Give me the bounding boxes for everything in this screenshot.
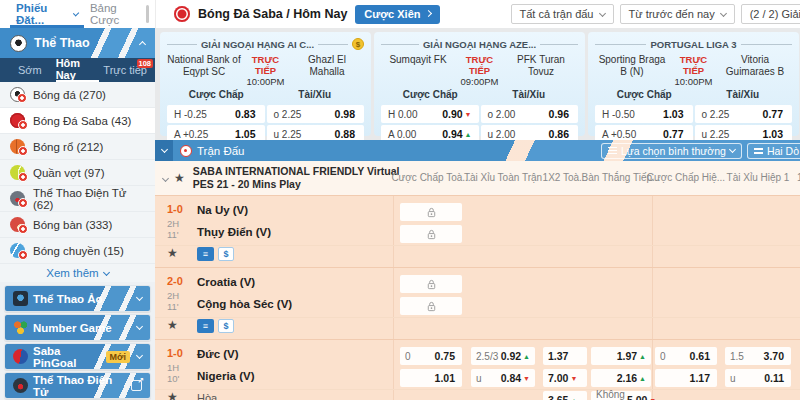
live-score: 2-0 <box>167 275 183 287</box>
odds-next-goal-none[interactable]: Không ... 5.00▼ <box>591 391 651 400</box>
sidebar-time-tabs: Sớm Hôm Nay Trực tiếp 108 <box>0 58 155 82</box>
odds-1x2-draw[interactable]: 3.65▲ <box>543 391 587 400</box>
sidebar-item-tennis[interactable]: Quần vợt (97) <box>0 160 155 186</box>
odds-ou-1h-over[interactable]: 1.5 3.70 <box>725 347 791 365</box>
tab-today[interactable]: Hôm Nay <box>56 58 100 82</box>
handicap-home-odds[interactable]: H -0.50 1.03 <box>595 105 693 123</box>
column-header-ou-ft: Tài Xỉu Toàn Trận <box>464 172 542 183</box>
filter-time-range[interactable]: Từ trước đến nay <box>620 4 735 24</box>
away-team: PFK Turan Tovuz <box>504 54 578 78</box>
locked-odds-cell <box>400 203 462 221</box>
card-league-header: GIẢI NGOẠI HẠNG AI C... <box>167 37 364 51</box>
under-odds[interactable]: u 2.25 0.88 <box>267 125 365 140</box>
bet-types-icon[interactable]: ≡ <box>197 319 214 333</box>
over-odds[interactable]: o 2.25 0.77 <box>695 105 793 123</box>
league-header-row: ★ SABA INTERNATIONAL FRIENDLY Virtual PE… <box>155 161 800 195</box>
column-header-ou-1h: Tài Xỉu Hiệp 1 <box>727 172 790 183</box>
sidebar-item-football[interactable]: Bóng đá (270) <box>0 82 155 108</box>
away-team: Vitoria Guimaraes B <box>718 54 792 78</box>
favorite-star-icon[interactable]: ★ <box>167 319 178 331</box>
chevron-down-icon <box>136 323 143 330</box>
main-content: Bóng Đá Saba / Hôm Nay Cược Xiên Tất cả … <box>155 0 800 400</box>
locked-odds-cell <box>400 225 462 243</box>
odds-1x2-away[interactable]: 7.00▼ <box>543 369 587 387</box>
live-label: TRỰC TIẾP <box>669 54 718 76</box>
live-count-badge: 108 <box>137 59 154 68</box>
trend-icon: ▼ <box>523 375 530 382</box>
featured-match-card[interactable]: GIẢI NGOẠI HẠNG AZE... Sumqayit FK TRỰC … <box>374 32 585 136</box>
sidebar-item-esports[interactable]: Thể Thao Điện Tử (62) <box>0 186 155 212</box>
featured-match-card[interactable]: PORTUGAL LIGA 3 Sporting Braga B (N) TRỰ… <box>588 32 799 136</box>
odds-under[interactable]: u 0.84▼ <box>471 369 535 387</box>
tab-bet-slip[interactable]: Phiếu Đặt... <box>10 0 84 28</box>
odds-over[interactable]: 2.5/3 0.92▲ <box>471 347 535 365</box>
odds-ou-1h-under[interactable]: u 0.11 <box>725 369 791 387</box>
kickoff-time: 10:00PM <box>669 76 718 87</box>
match-rows: 1-0 2H 11' ★ Na Uy (V) Thụy Điển (V) ≡ $ <box>155 195 800 400</box>
table-tennis-icon <box>10 217 25 232</box>
under-odds[interactable]: u 2.00 0.86 <box>481 125 579 140</box>
trend-icon: ▲ <box>523 353 530 360</box>
handicap-away-odds[interactable]: A +0.25 1.05 <box>167 125 265 140</box>
tab-bet-board-label: Bảng Cược <box>90 2 141 26</box>
over-odds[interactable]: o 2.25 0.98 <box>267 105 365 123</box>
trend-icon: ▲ <box>570 397 577 400</box>
column-header-handicap-ft: Cược Chấp Toà... <box>391 172 470 183</box>
two-lines-toggle[interactable]: Hai Dò <box>747 143 800 159</box>
odds-handicap-away[interactable]: 1.01 <box>400 369 462 387</box>
favorite-star-icon[interactable]: ★ <box>167 391 178 400</box>
handicap-home-odds[interactable]: H -0.25 0.83 <box>167 105 265 123</box>
volleyball-icon <box>10 243 25 258</box>
over-odds[interactable]: o 2.00 0.96 <box>481 105 579 123</box>
cashout-icon[interactable]: $ <box>218 247 234 261</box>
live-label: TRỰC TIẾP <box>241 54 290 76</box>
match-minute: 10' <box>167 373 179 384</box>
page-title: Bóng Đá Saba / Hôm Nay <box>198 7 347 21</box>
filter-all-matches[interactable]: Tất cả trận đấu <box>511 4 614 24</box>
app-root: Phiếu Đặt... Bảng Cược Thể Thao Sớm Hôm … <box>0 0 800 400</box>
under-odds[interactable]: u 2.25 1.03 <box>695 125 793 140</box>
featured-match-card[interactable]: GIẢI NGOẠI HẠNG AI C... National Bank of… <box>160 32 371 136</box>
esports-icon <box>10 191 25 206</box>
number-game-icon <box>13 320 28 335</box>
filter-league-count[interactable]: (2 / 2) Giải <box>741 4 800 24</box>
stopwatch-icon <box>180 145 192 157</box>
odds-handicap-1h-home[interactable]: 0 0.61 <box>655 347 717 365</box>
chevron-down-icon[interactable] <box>162 174 169 181</box>
see-more-link[interactable]: Xem thêm <box>0 264 155 282</box>
scrollbar-thumb[interactable] <box>146 5 149 23</box>
match-row: 2-0 2H 11' ★ Croatia (V) Cộng hòa Séc (V… <box>155 267 800 339</box>
top-filters: Tất cả trận đấu Từ trước đến nay (2 / 2)… <box>511 4 800 24</box>
parlay-button[interactable]: Cược Xiên <box>355 5 440 24</box>
card-odds: Cược Chấp Tài/Xỉu H -0.50 1.03 o 2.25 0.… <box>595 87 792 140</box>
banner-saba-pingoal[interactable]: Saba PinGoal Mới <box>4 343 151 370</box>
favorite-star-icon[interactable]: ★ <box>167 247 178 259</box>
favorite-star-icon[interactable]: ★ <box>174 172 185 184</box>
lock-icon <box>426 207 437 218</box>
handicap-away-odds[interactable]: A +0.50 0.77 <box>595 125 693 140</box>
odds-next-goal-away[interactable]: 2.16▲ <box>591 369 651 387</box>
collapse-button[interactable] <box>155 140 173 161</box>
sidebar-item-volleyball[interactable]: Bóng chuyền (15) <box>0 238 155 264</box>
banner-number-game[interactable]: Number Game <box>4 314 151 341</box>
banner-esports[interactable]: Thể Thao Điện Tử <box>4 372 151 399</box>
odds-1x2-home[interactable]: 1.37 <box>543 347 587 365</box>
sidebar-sports-header[interactable]: Thể Thao <box>0 28 155 58</box>
odds-next-goal-home[interactable]: 1.97▲ <box>591 347 651 365</box>
tab-bet-board[interactable]: Bảng Cược <box>84 0 147 28</box>
tab-live[interactable]: Trực tiếp 108 <box>103 58 147 82</box>
bet-types-icon[interactable]: ≡ <box>197 247 214 261</box>
handicap-home-odds[interactable]: H 0.00 0.90▼ <box>381 105 479 123</box>
odds-handicap-1h-away[interactable]: 1.17 <box>655 369 717 387</box>
odds-handicap-home[interactable]: 0 0.75 <box>400 347 462 365</box>
lock-icon <box>426 301 437 312</box>
sidebar-item-table-tennis[interactable]: Bóng bàn (333) <box>0 212 155 238</box>
tab-early[interactable]: Sớm <box>8 58 52 82</box>
sidebar-item-basketball[interactable]: Bóng rổ (212) <box>0 134 155 160</box>
sidebar-item-saba-football[interactable]: Bóng Đá Saba (43) <box>0 108 155 134</box>
banner-virtual-sports[interactable]: Thể Thao Ảo <box>4 285 151 312</box>
league-name: PORTUGAL LIGA 3 <box>650 39 736 50</box>
selection-mode-dropdown[interactable]: Lựa chọn bình thường <box>601 143 742 159</box>
cashout-icon[interactable]: $ <box>218 319 234 333</box>
handicap-away-odds[interactable]: A 0.00 0.94▲ <box>381 125 479 140</box>
